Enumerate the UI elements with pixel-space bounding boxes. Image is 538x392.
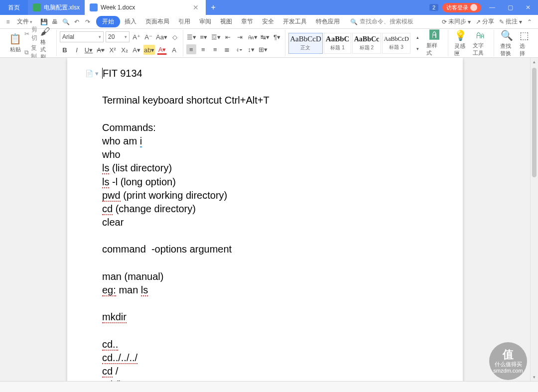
multilevel-icon[interactable]: ☲▾	[211, 32, 221, 42]
menu-section[interactable]: 章节	[237, 15, 258, 28]
superscript-icon[interactable]: X²	[108, 45, 118, 55]
style-body[interactable]: AaBbCcD正文	[288, 33, 323, 54]
menu-special[interactable]: 特色应用	[311, 15, 344, 28]
title-bar: 首页 电脑配置.xlsx Week 1.docx ✕ + 2 访客登录 — ▢ …	[0, 0, 538, 15]
preview-icon[interactable]: 🔍	[61, 17, 70, 26]
command-search[interactable]: 🔍 查找命令、搜索模板	[350, 17, 413, 26]
comment-button[interactable]: ✎ 批注 ▾	[499, 17, 522, 26]
tab-spreadsheet[interactable]: 电脑配置.xlsx	[28, 0, 85, 15]
menu-start[interactable]: 开始	[96, 16, 120, 27]
tab-document-active[interactable]: Week 1.docx ✕	[85, 0, 206, 15]
notification-badge[interactable]: 2	[429, 4, 438, 11]
menu-dev-tools[interactable]: 开发工具	[278, 15, 311, 28]
tab-icon[interactable]: ↹▾	[260, 32, 270, 42]
group-clipboard: 📋粘贴 ✂ 剪切 ⧉ 复制 🖌格式刷	[3, 30, 57, 56]
spreadsheet-icon	[33, 3, 41, 11]
cut-button[interactable]: ✂ 剪切	[24, 25, 37, 42]
decrease-indent-icon[interactable]: ⇤	[223, 32, 233, 42]
style-heading3[interactable]: AaBbCcD标题 3	[382, 33, 410, 54]
tab-new-button[interactable]: +	[206, 0, 221, 15]
document-canvas[interactable]: 📄 ▾ FIT 9134 Terminal keyboard shortcut …	[0, 58, 530, 381]
menu-view[interactable]: 视图	[216, 15, 237, 28]
bold-icon[interactable]: B	[60, 45, 70, 55]
align-left-icon[interactable]: ≡	[186, 44, 196, 54]
format-painter-button[interactable]: 🖌格式刷	[37, 25, 53, 62]
paste-button[interactable]: 📋粘贴	[6, 32, 24, 54]
tab-home[interactable]: 首页	[0, 0, 28, 15]
avatar-icon	[470, 4, 477, 11]
numbering-icon[interactable]: ≡▾	[199, 32, 209, 42]
style-scroll-down-icon[interactable]: ▾	[412, 44, 422, 54]
vertical-scrollbar[interactable]: ▴ ▾	[530, 58, 538, 381]
window-maximize-icon[interactable]: ▢	[503, 4, 517, 11]
status-bar	[0, 381, 538, 392]
menu-tabs: 开始 插入 页面布局 引用 审阅 视图 章节 安全 开发工具 特色应用	[96, 15, 344, 28]
increase-indent-icon[interactable]: ⇥	[235, 32, 245, 42]
align-justify-icon[interactable]: ≣	[222, 44, 232, 54]
menu-security[interactable]: 安全	[258, 15, 278, 28]
document-icon	[90, 3, 98, 11]
redo-icon[interactable]: ↷	[83, 17, 92, 26]
align-center-icon[interactable]: ≡	[198, 44, 208, 54]
outline-icon[interactable]: 📄 ▾	[85, 70, 99, 77]
borders-icon[interactable]: ⊞▾	[258, 44, 268, 54]
scroll-up-icon[interactable]: ▴	[531, 58, 538, 66]
scroll-down-icon[interactable]: ▾	[531, 373, 538, 381]
font-name-combo[interactable]: Arial▾	[60, 31, 104, 42]
group-paragraph: ☰▾ ≡▾ ☲▾ ⇤ ⇥ 🗛▾ ↹▾ ¶▾ ≡ ≡ ≡ ≣ ⫞▾ ↕▾ ⊞▾	[183, 30, 285, 56]
search-icon: 🔍	[350, 18, 358, 25]
tab-close-icon[interactable]: ✕	[191, 3, 201, 11]
titlebar-right: 2 访客登录 — ▢ ✕	[429, 0, 538, 15]
strike-icon[interactable]: A▾	[96, 45, 106, 55]
show-marks-icon[interactable]: ¶▾	[272, 32, 282, 42]
bullets-icon[interactable]: ☰▾	[186, 32, 197, 42]
change-case-icon[interactable]: Aa▾	[155, 32, 168, 42]
line-spacing-icon[interactable]: ↕▾	[246, 44, 256, 54]
share-button[interactable]: ↗ 分享	[476, 17, 494, 26]
sort-icon[interactable]: 🗛▾	[247, 32, 258, 42]
style-scroll-up-icon[interactable]: ▴	[412, 32, 422, 42]
menu-review[interactable]: 审阅	[195, 15, 216, 28]
style-heading2[interactable]: AaBbCc标题 2	[352, 33, 381, 54]
shading-icon[interactable]: A	[169, 45, 179, 55]
menu-page-layout[interactable]: 页面布局	[141, 15, 174, 28]
group-tools: 💡灵感匣 🗛文字工具	[448, 30, 494, 56]
text-effects-icon[interactable]: A▾	[132, 45, 141, 55]
hamburger-icon[interactable]: ≡	[3, 18, 13, 25]
ribbon-toolbar: 📋粘贴 ✂ 剪切 ⧉ 复制 🖌格式刷 Arial▾ 20▾ A⁺ A⁻ Aa▾ …	[0, 29, 538, 58]
inspiration-button[interactable]: 💡灵感匣	[451, 28, 470, 58]
document-text[interactable]: FIT 9134 Terminal keyboard shortcut Ctrl…	[102, 67, 428, 381]
guest-login-button[interactable]: 访客登录	[442, 3, 481, 12]
window-minimize-icon[interactable]: —	[485, 4, 499, 11]
scrollbar-thumb[interactable]	[532, 68, 537, 177]
select-button[interactable]: ⬚选择	[517, 28, 532, 58]
tab-label: Week 1.docx	[101, 4, 135, 11]
collapse-ribbon-icon[interactable]: ⌃	[527, 18, 532, 25]
group-styles: AaBbCcD正文 AaBbC标题 1 AaBbCc标题 2 AaBbCcD标题…	[285, 30, 449, 56]
window-close-icon[interactable]: ✕	[521, 4, 535, 11]
subscript-icon[interactable]: X₂	[120, 45, 130, 55]
new-style-button[interactable]: 🅰新样式	[423, 28, 445, 58]
align-right-icon[interactable]: ≡	[210, 44, 220, 54]
group-editing: 🔍查找替换 ⬚选择	[494, 30, 535, 56]
document-page[interactable]: 📄 ▾ FIT 9134 Terminal keyboard shortcut …	[67, 58, 463, 381]
font-color-icon[interactable]: A▾	[157, 45, 167, 55]
tab-label: 电脑配置.xlsx	[44, 3, 80, 12]
grow-font-icon[interactable]: A⁺	[132, 32, 141, 42]
text-tools-button[interactable]: 🗛文字工具	[470, 28, 491, 58]
italic-icon[interactable]: I	[72, 45, 82, 55]
find-replace-button[interactable]: 🔍查找替换	[497, 28, 517, 58]
group-font: Arial▾ 20▾ A⁺ A⁻ Aa▾ ◇ B I U▾ A▾ X² X₂ A…	[57, 30, 183, 56]
undo-icon[interactable]: ↶	[72, 17, 81, 26]
highlight-icon[interactable]: ab▾	[143, 45, 155, 55]
clear-format-icon[interactable]: ◇	[170, 32, 180, 42]
menu-bar: ≡ 文件▾ 💾 🖶 🔍 ↶ ↷ 开始 插入 页面布局 引用 审阅 视图 章节 安…	[0, 15, 538, 29]
sync-status[interactable]: ⟳ 未同步 ▾	[442, 17, 471, 26]
menu-references[interactable]: 引用	[174, 15, 195, 28]
menu-insert[interactable]: 插入	[120, 15, 141, 28]
shrink-font-icon[interactable]: A⁻	[143, 32, 153, 42]
distribute-icon[interactable]: ⫞▾	[234, 44, 244, 54]
font-size-combo[interactable]: 20▾	[106, 31, 130, 42]
style-heading1[interactable]: AaBbC标题 1	[324, 33, 351, 54]
underline-icon[interactable]: U▾	[84, 45, 94, 55]
